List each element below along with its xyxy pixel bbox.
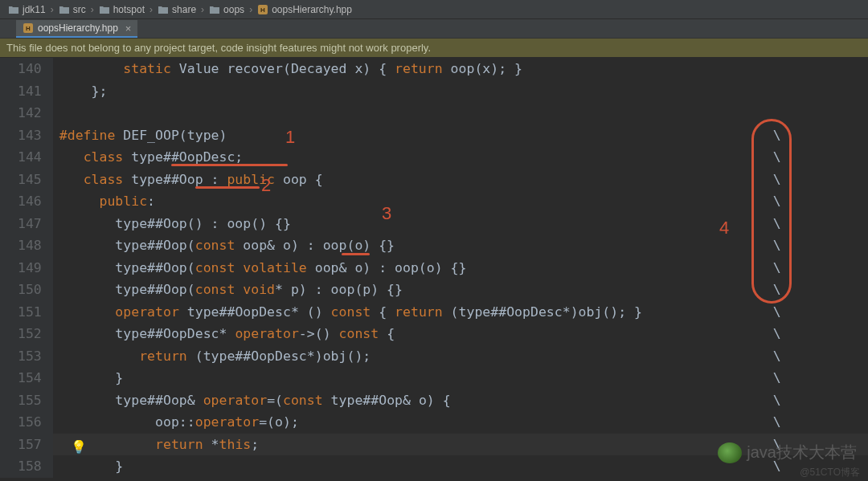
chevron-right-icon: › bbox=[49, 4, 55, 15]
chevron-right-icon: › bbox=[199, 4, 206, 15]
wechat-icon bbox=[718, 442, 742, 463]
code-line: class type##OopDesc;\ bbox=[59, 146, 868, 169]
tab-label: oopsHierarchy.hpp bbox=[38, 22, 118, 34]
editor[interactable]: 💡 140 141 142 143 144 145 146 147 148 14… bbox=[0, 58, 868, 478]
close-icon[interactable]: × bbox=[125, 22, 132, 35]
breadcrumb-bar: jdk11 › src › hotspot › share › oops › H… bbox=[0, 0, 868, 19]
header-file-icon: H bbox=[23, 23, 34, 33]
header-file-icon: H bbox=[257, 5, 268, 14]
breadcrumb-item[interactable]: hotspot bbox=[96, 4, 148, 15]
chevron-right-icon: › bbox=[248, 4, 254, 15]
code-line: type##Oop() : oop() {}\ bbox=[59, 213, 868, 235]
line-number: 142 bbox=[18, 102, 42, 124]
tab-bar: H oopsHierarchy.hpp × bbox=[0, 19, 868, 39]
line-number: 156 bbox=[18, 411, 42, 434]
line-number: 152 bbox=[18, 323, 42, 345]
svg-text:H: H bbox=[260, 6, 265, 14]
gutter: 140 141 142 143 144 145 146 147 148 149 … bbox=[0, 58, 53, 478]
tab-active[interactable]: H oopsHierarchy.hpp × bbox=[16, 20, 137, 38]
code-line: #define DEF_OOP(type)\ bbox=[59, 124, 868, 147]
line-number: 145 bbox=[18, 169, 42, 191]
line-number: 147 bbox=[18, 213, 42, 235]
breadcrumb-item[interactable]: H oopsHierarchy.hpp bbox=[254, 4, 355, 15]
line-number: 155 bbox=[18, 389, 42, 412]
breadcrumb-item[interactable]: src bbox=[55, 4, 89, 15]
intention-bulb-icon[interactable]: 💡 bbox=[71, 436, 87, 459]
folder-icon bbox=[158, 5, 169, 14]
folder-icon bbox=[59, 5, 70, 14]
code-line: operator type##OopDesc* () const { retur… bbox=[59, 301, 868, 324]
line-number: 141 bbox=[18, 80, 42, 103]
code-line: oop::operator=(o);\ bbox=[59, 411, 868, 434]
line-number: 154 bbox=[18, 367, 42, 389]
svg-text:H: H bbox=[26, 25, 31, 32]
code-line: return (type##OopDesc*)obj();\ bbox=[59, 345, 868, 368]
chevron-right-icon: › bbox=[148, 4, 154, 15]
code-line: type##Oop(const oop& o) : oop(o) {}\ bbox=[59, 234, 868, 257]
chevron-right-icon: › bbox=[89, 4, 96, 15]
code-line: type##Oop(const volatile oop& o) : oop(o… bbox=[59, 257, 868, 279]
line-number: 146 bbox=[18, 190, 42, 213]
breadcrumb-item[interactable]: jdk11 bbox=[5, 4, 49, 15]
crumb-label: oops bbox=[223, 4, 244, 15]
code-line: class type##Oop : public oop {\ bbox=[59, 169, 868, 191]
folder-icon bbox=[209, 5, 220, 14]
code-line: public:\ bbox=[59, 190, 868, 213]
code-line: type##Oop(const void* p) : oop(p) {}\ bbox=[59, 279, 868, 301]
line-number: 149 bbox=[18, 257, 42, 279]
watermark-logo: java技术大本营 bbox=[718, 442, 857, 463]
notice-bar: This file does not belong to any project… bbox=[0, 39, 868, 58]
line-number: 157 bbox=[18, 434, 42, 456]
line-number: 143 bbox=[18, 124, 42, 147]
crumb-label: oopsHierarchy.hpp bbox=[272, 4, 352, 15]
line-number: 158 bbox=[18, 455, 42, 478]
crumb-label: src bbox=[73, 4, 86, 15]
line-number: 144 bbox=[18, 146, 42, 169]
code-line: type##Oop& operator=(const type##Oop& o)… bbox=[59, 389, 868, 412]
line-number: 148 bbox=[18, 234, 42, 257]
breadcrumb-item[interactable]: share bbox=[154, 4, 199, 15]
crumb-label: jdk11 bbox=[23, 4, 46, 15]
folder-icon bbox=[8, 5, 19, 14]
line-number: 151 bbox=[18, 301, 42, 324]
line-number: 153 bbox=[18, 345, 42, 368]
breadcrumb-item[interactable]: oops bbox=[206, 4, 248, 15]
code-line: static Value recover(Decayed x) { return… bbox=[59, 58, 868, 80]
line-number: 140 bbox=[18, 58, 42, 80]
crumb-label: hotspot bbox=[113, 4, 145, 15]
code-area[interactable]: static Value recover(Decayed x) { return… bbox=[53, 58, 868, 478]
code-line: type##OopDesc* operator->() const {\ bbox=[59, 323, 868, 345]
code-line: }; bbox=[59, 80, 868, 103]
folder-icon bbox=[99, 5, 110, 14]
crumb-label: share bbox=[172, 4, 196, 15]
watermark-text: java技术大本营 bbox=[747, 442, 857, 463]
line-number: 150 bbox=[18, 279, 42, 301]
watermark-attribution: @51CTO博客 bbox=[800, 466, 860, 479]
code-line bbox=[59, 102, 868, 124]
code-line: }\ bbox=[59, 367, 868, 389]
